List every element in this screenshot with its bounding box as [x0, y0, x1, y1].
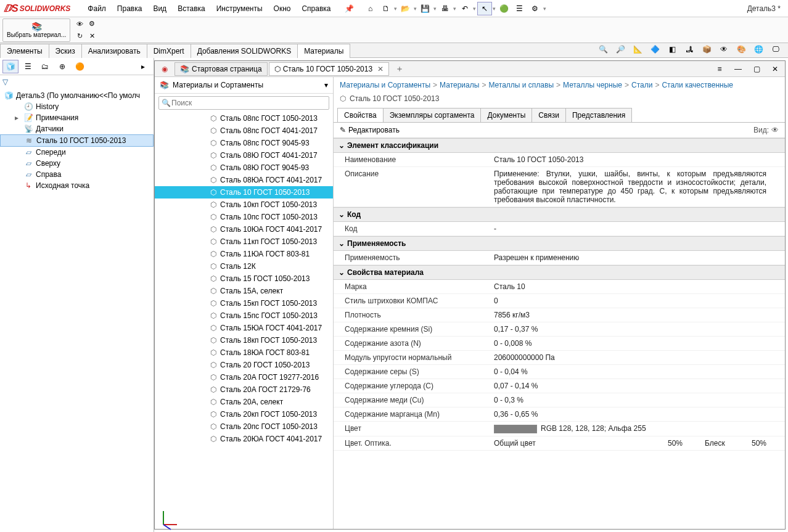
- material-list-item[interactable]: ⬡Сталь 08ЮА ГОСТ 4041-2017: [155, 174, 333, 186]
- appearance-icon[interactable]: 🎨: [734, 43, 749, 56]
- material-list-item[interactable]: ⬡Сталь 08Ю ГОСТ 4041-2017: [155, 149, 333, 162]
- material-list-item[interactable]: ⬡Сталь 10ЮА ГОСТ 4041-2017: [155, 223, 333, 235]
- dimxpert-tab-icon[interactable]: ⊕: [54, 60, 70, 73]
- minimize-icon[interactable]: —: [731, 62, 745, 76]
- property-tab-icon[interactable]: ☰: [20, 60, 36, 73]
- tree-item[interactable]: ≋Сталь 10 ГОСТ 1050-2013: [0, 134, 154, 147]
- app-icon[interactable]: ◉: [157, 62, 172, 76]
- new-icon[interactable]: 🗋: [379, 2, 393, 15]
- material-list-item[interactable]: ⬡Сталь 15кп ГОСТ 1050-2013: [155, 297, 333, 309]
- doc-tab[interactable]: 📚Стартовая страница: [174, 62, 268, 76]
- material-list-item[interactable]: ⬡Сталь 12К: [155, 260, 333, 272]
- material-list-item[interactable]: ⬡Сталь 10 ГОСТ 1050-2013: [155, 186, 333, 198]
- menu-файл[interactable]: Файл: [83, 2, 111, 15]
- breadcrumb-link[interactable]: Металлы черные: [563, 81, 622, 89]
- material-list-item[interactable]: ⬡Сталь 11ЮА ГОСТ 803-81: [155, 248, 333, 260]
- material-list-item[interactable]: ⬡Сталь 15А, селект: [155, 285, 333, 297]
- material-list-item[interactable]: ⬡Сталь 20 ГОСТ 1050-2013: [155, 359, 333, 371]
- material-list-item[interactable]: ⬡Сталь 08пс ГОСТ 9045-93: [155, 137, 333, 149]
- breadcrumb-link[interactable]: Металлы и сплавы: [488, 81, 554, 89]
- menu-инструменты[interactable]: Инструменты: [211, 2, 268, 15]
- tab-4[interactable]: Добавления SOLIDWORKS: [191, 44, 298, 58]
- prop-tab[interactable]: Связи: [531, 108, 566, 122]
- material-list-item[interactable]: ⬡Сталь 08Ю ГОСТ 9045-93: [155, 162, 333, 174]
- material-list-item[interactable]: ⬡Сталь 08пс ГОСТ 4041-2017: [155, 125, 333, 137]
- tab-1[interactable]: Эскиз: [49, 44, 82, 58]
- rebuild-icon[interactable]: 🟢: [497, 2, 512, 15]
- save-icon[interactable]: 💾: [418, 2, 433, 15]
- gear-icon[interactable]: ⚙: [86, 18, 97, 30]
- prop-tab[interactable]: Документы: [480, 108, 532, 122]
- material-list-item[interactable]: ⬡Сталь 15 ГОСТ 1050-2013: [155, 272, 333, 285]
- tree-item[interactable]: 🕘History: [0, 101, 154, 112]
- feature-tree-tab-icon[interactable]: 🧊: [2, 60, 18, 73]
- open-icon[interactable]: 📂: [398, 2, 413, 15]
- breadcrumb-link[interactable]: Стали: [631, 81, 652, 89]
- material-list-item[interactable]: ⬡Сталь 10пс ГОСТ 1050-2013: [155, 211, 333, 223]
- material-list-item[interactable]: ⬡Сталь 20ЮА ГОСТ 4041-2017: [155, 433, 333, 445]
- material-list-item[interactable]: ⬡Сталь 20А ГОСТ 21729-76: [155, 383, 333, 396]
- material-list-item[interactable]: ⬡Сталь 20А ГОСТ 19277-2016: [155, 371, 333, 383]
- expand-icon[interactable]: ▸: [135, 60, 151, 73]
- view-orient-icon[interactable]: 📐: [630, 43, 645, 56]
- print-icon[interactable]: 🖶: [438, 2, 453, 15]
- add-tab-button[interactable]: ＋: [390, 62, 409, 76]
- options-list-icon[interactable]: ☰: [512, 2, 527, 15]
- view-box-icon[interactable]: 📦: [699, 43, 714, 56]
- material-list-item[interactable]: ⬡Сталь 15пс ГОСТ 1050-2013: [155, 309, 333, 322]
- search-input[interactable]: [158, 96, 329, 110]
- prop-tab[interactable]: Свойства: [337, 108, 384, 122]
- hide-show-icon[interactable]: 👁: [716, 43, 731, 56]
- menu-icon[interactable]: ≡: [712, 62, 727, 76]
- menu-окно[interactable]: Окно: [269, 2, 296, 15]
- filter-icon[interactable]: ▽: [2, 78, 8, 86]
- tree-item[interactable]: ▱Справа: [0, 169, 154, 180]
- render-icon[interactable]: 🌐: [751, 43, 766, 56]
- menu-справка[interactable]: Справка: [297, 2, 335, 15]
- breadcrumb-link[interactable]: Материалы: [440, 81, 479, 89]
- zoom-area-icon[interactable]: 🔎: [613, 43, 628, 56]
- tree-item[interactable]: ▱Сверху: [0, 158, 154, 169]
- doc-tab[interactable]: ⬡Сталь 10 ГОСТ 1050-2013✕: [269, 62, 389, 76]
- scene-icon[interactable]: 🏞: [682, 43, 697, 56]
- menu-вставка[interactable]: Вставка: [173, 2, 210, 15]
- settings-icon[interactable]: ⚙: [528, 2, 543, 15]
- screen-icon[interactable]: 🖵: [768, 43, 783, 56]
- material-list-item[interactable]: ⬡Сталь 08пс ГОСТ 1050-2013: [155, 112, 333, 125]
- close-panel-icon[interactable]: ✕: [768, 62, 782, 76]
- tree-item[interactable]: ▱Спереди: [0, 147, 154, 158]
- refresh-icon[interactable]: ↻: [74, 31, 85, 42]
- material-list-item[interactable]: ⬡Сталь 11кп ГОСТ 1050-2013: [155, 235, 333, 248]
- section-icon[interactable]: ◧: [665, 43, 679, 56]
- tree-item[interactable]: ▸📝Примечания: [0, 112, 154, 123]
- appearance-tab-icon[interactable]: 🟠: [72, 60, 88, 73]
- close-tab-icon[interactable]: ✕: [377, 65, 384, 73]
- display-style-icon[interactable]: 🔷: [647, 43, 662, 56]
- config-tab-icon[interactable]: 🗂: [37, 60, 53, 73]
- material-list-item[interactable]: ⬡Сталь 20пс ГОСТ 1050-2013: [155, 420, 333, 433]
- close-icon[interactable]: ✕: [86, 31, 97, 42]
- edit-button[interactable]: Редактировать: [348, 126, 400, 134]
- select-icon[interactable]: ↖: [477, 2, 492, 15]
- prop-tab[interactable]: Экземпляры сортамента: [383, 108, 482, 122]
- menu-вид[interactable]: Вид: [148, 2, 171, 15]
- group-header[interactable]: ⌄Элемент классификации: [334, 138, 785, 153]
- group-header[interactable]: ⌄Применяемость: [334, 236, 785, 251]
- tree-root[interactable]: 🧊 Деталь3 (По умолчанию<<По умолч: [0, 90, 154, 101]
- maximize-icon[interactable]: ▢: [749, 62, 764, 76]
- pin-icon[interactable]: 📌: [342, 2, 357, 15]
- undo-icon[interactable]: ↶: [458, 2, 472, 15]
- material-list-item[interactable]: ⬡Сталь 15ЮА ГОСТ 4041-2017: [155, 322, 333, 334]
- material-list-item[interactable]: ⬡Сталь 10кп ГОСТ 1050-2013: [155, 198, 333, 211]
- tab-5[interactable]: Материалы: [297, 44, 350, 58]
- tree-item[interactable]: ↳Исходная точка: [0, 180, 154, 191]
- material-list-item[interactable]: ⬡Сталь 18кп ГОСТ 1050-2013: [155, 334, 333, 346]
- breadcrumb-link[interactable]: Материалы и Сортаменты: [340, 81, 430, 89]
- material-list-item[interactable]: ⬡Сталь 18ЮА ГОСТ 803-81: [155, 346, 333, 359]
- tab-2[interactable]: Анализировать: [81, 44, 147, 58]
- material-list-item[interactable]: ⬡Сталь 20кп ГОСТ 1050-2013: [155, 408, 333, 420]
- visible-icon[interactable]: 👁: [74, 18, 85, 30]
- tab-0[interactable]: Элементы: [0, 44, 49, 58]
- menu-правка[interactable]: Правка: [112, 2, 147, 15]
- tree-item[interactable]: 📡Датчики: [0, 123, 154, 134]
